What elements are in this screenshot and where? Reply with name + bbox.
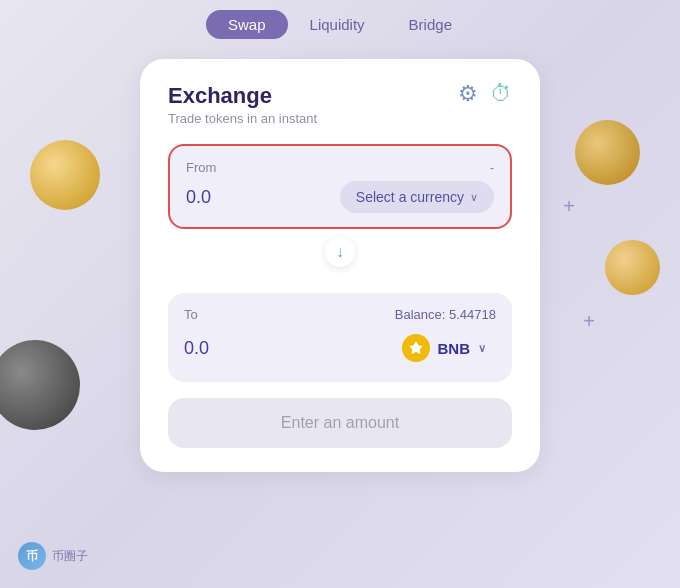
to-top-row: To Balance: 5.44718: [184, 307, 496, 322]
history-icon[interactable]: ⏱: [490, 83, 512, 105]
plus-deco-1: +: [563, 195, 575, 218]
bnb-icon: [402, 334, 430, 362]
swap-direction-container: ↓: [168, 229, 512, 275]
deco-coin-right-top: [575, 120, 640, 185]
tab-navigation: Swap Liquidity Bridge: [0, 0, 680, 39]
deco-coin-right-mid: [605, 240, 660, 295]
deco-coin-left-bottom: [0, 340, 80, 430]
bnb-chevron-icon: ∨: [478, 342, 486, 355]
card-title: Exchange: [168, 83, 317, 109]
from-amount: 0.0: [186, 187, 211, 208]
watermark: 币 币圈子: [18, 542, 88, 570]
to-balance: Balance: 5.44718: [395, 307, 496, 322]
card-action-icons: ⚙ ⏱: [458, 83, 512, 105]
watermark-icon: 币: [18, 542, 46, 570]
deco-coin-left-top: [30, 140, 100, 210]
from-label: From: [186, 160, 216, 175]
swap-direction-button[interactable]: ↓: [325, 237, 355, 267]
card-subtitle: Trade tokens in an instant: [168, 111, 317, 126]
card-title-section: Exchange Trade tokens in an instant: [168, 83, 317, 126]
to-section: To Balance: 5.44718 0.0 BNB ∨: [168, 293, 512, 382]
plus-deco-2: +: [583, 310, 595, 333]
from-top-row: From -: [186, 160, 494, 175]
tab-swap[interactable]: Swap: [206, 10, 288, 39]
from-section: From - 0.0 Select a currency ∨: [168, 144, 512, 229]
from-input-row: 0.0 Select a currency ∨: [186, 181, 494, 213]
balance-value: 5.44718: [449, 307, 496, 322]
currency-chevron-icon: ∨: [470, 191, 478, 204]
balance-label: Balance:: [395, 307, 446, 322]
arrow-down-icon: ↓: [336, 243, 344, 261]
select-currency-button[interactable]: Select a currency ∨: [340, 181, 494, 213]
card-header: Exchange Trade tokens in an instant ⚙ ⏱: [168, 83, 512, 126]
to-input-row: 0.0 BNB ∨: [184, 328, 496, 368]
enter-amount-button[interactable]: Enter an amount: [168, 398, 512, 448]
tab-liquidity[interactable]: Liquidity: [288, 10, 387, 39]
settings-icon[interactable]: ⚙: [458, 83, 478, 105]
to-amount: 0.0: [184, 338, 209, 359]
tab-bridge[interactable]: Bridge: [387, 10, 474, 39]
bnb-currency-button[interactable]: BNB ∨: [392, 328, 497, 368]
exchange-card: Exchange Trade tokens in an instant ⚙ ⏱ …: [140, 59, 540, 472]
to-label: To: [184, 307, 198, 322]
watermark-text: 币圈子: [52, 548, 88, 565]
bnb-label: BNB: [438, 340, 471, 357]
svg-marker-0: [409, 341, 422, 354]
from-dash: -: [490, 160, 494, 175]
select-currency-label: Select a currency: [356, 189, 464, 205]
